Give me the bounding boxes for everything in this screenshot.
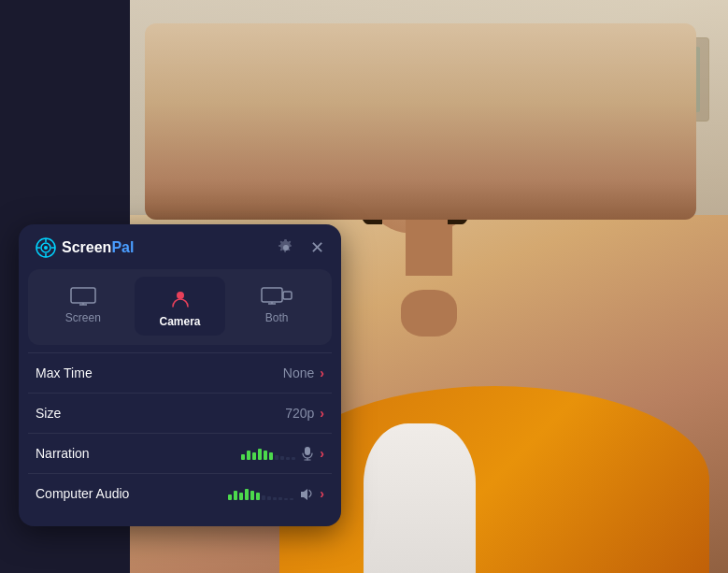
camera-mode-label: Camera — [159, 315, 200, 328]
svg-rect-15 — [305, 447, 310, 455]
screen-mode-icon — [69, 286, 97, 307]
narration-chevron: › — [320, 446, 324, 461]
narration-label: Narration — [36, 446, 90, 461]
computer-audio-value-area: › — [228, 486, 324, 501]
both-mode-label: Both — [265, 311, 289, 324]
logo-pal: Pal — [111, 239, 134, 255]
mode-camera-button[interactable]: Camera — [135, 277, 226, 336]
logo-screen: Screen — [62, 239, 111, 255]
both-mode-icon — [261, 286, 293, 307]
mode-screen-button[interactable]: Screen — [37, 277, 129, 336]
svg-rect-11 — [262, 288, 282, 302]
settings-section: Max Time None › Size 720p › Narration — [19, 352, 341, 526]
svg-rect-12 — [283, 292, 292, 299]
panel-header: ScreenPal ✕ — [19, 224, 341, 269]
svg-point-2 — [44, 246, 48, 250]
close-icon[interactable]: ✕ — [310, 237, 324, 258]
computer-audio-row[interactable]: Computer Audio — [28, 473, 332, 513]
mode-both-button[interactable]: Both — [231, 277, 322, 336]
screen-mode-label: Screen — [65, 311, 101, 324]
svg-rect-7 — [71, 288, 95, 303]
mode-selector: Screen Camera Both — [28, 269, 332, 345]
svg-point-10 — [177, 292, 184, 299]
control-panel: ScreenPal ✕ Screen — [19, 224, 341, 526]
camera-mode-icon — [168, 286, 193, 310]
max-time-row[interactable]: Max Time None › — [28, 352, 332, 393]
gear-icon[interactable] — [277, 238, 295, 257]
max-time-chevron: › — [320, 365, 324, 380]
header-actions: ✕ — [277, 237, 324, 258]
size-value: 720p — [285, 406, 314, 421]
size-label: Size — [36, 406, 61, 421]
speaker-icon — [299, 487, 314, 500]
camera-preview — [145, 23, 696, 220]
size-row[interactable]: Size 720p › — [28, 393, 332, 433]
mic-icon — [301, 446, 314, 461]
size-value-area: 720p › — [285, 406, 324, 421]
narration-row[interactable]: Narration — [28, 433, 332, 473]
narration-bars — [241, 447, 295, 460]
max-time-label: Max Time — [36, 365, 93, 380]
narration-value-area: › — [241, 446, 324, 461]
max-time-value-area: None › — [283, 365, 324, 380]
screenpal-logo-icon — [36, 237, 56, 258]
logo-area: ScreenPal — [36, 237, 134, 258]
logo-text: ScreenPal — [62, 239, 134, 256]
max-time-value: None — [283, 365, 314, 380]
computer-audio-bars — [228, 487, 293, 500]
size-chevron: › — [320, 406, 324, 421]
computer-audio-label: Computer Audio — [36, 486, 129, 501]
computer-audio-chevron: › — [320, 486, 324, 501]
